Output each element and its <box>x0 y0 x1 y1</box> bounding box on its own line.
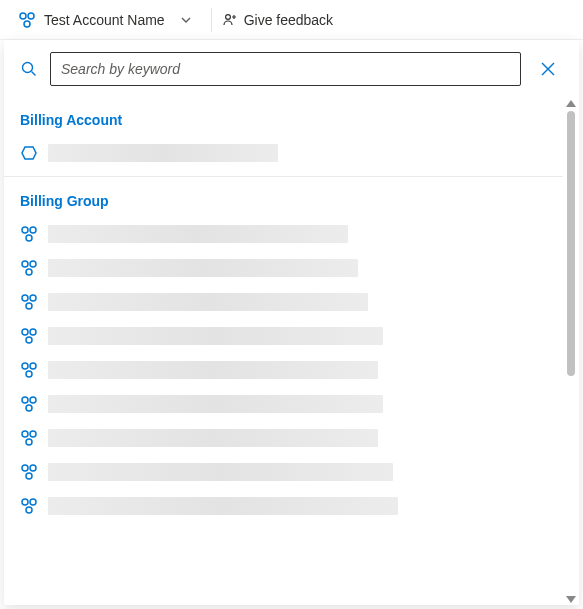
svg-point-17 <box>26 303 32 309</box>
svg-point-14 <box>26 269 32 275</box>
account-label: Test Account Name <box>44 12 165 28</box>
scroll-down-arrow[interactable] <box>566 596 576 603</box>
svg-point-12 <box>22 261 28 267</box>
svg-point-31 <box>30 465 36 471</box>
hexagon-icon <box>20 144 38 162</box>
search-input[interactable] <box>61 61 510 77</box>
redacted-text <box>48 293 368 311</box>
redacted-text <box>48 429 378 447</box>
billing-group-item[interactable] <box>4 285 563 319</box>
svg-point-16 <box>30 295 36 301</box>
svg-point-10 <box>30 227 36 233</box>
redacted-text <box>48 361 378 379</box>
billing-group-icon <box>20 259 38 277</box>
svg-point-35 <box>26 507 32 513</box>
svg-point-2 <box>24 21 30 27</box>
svg-point-23 <box>26 371 32 377</box>
section-divider <box>4 176 563 177</box>
results-scroll[interactable]: Billing Account Billing Group <box>4 98 563 605</box>
close-icon <box>539 60 557 78</box>
svg-point-0 <box>20 13 26 19</box>
redacted-text <box>48 463 393 481</box>
svg-line-5 <box>32 72 36 76</box>
svg-point-25 <box>30 397 36 403</box>
svg-point-18 <box>22 329 28 335</box>
billing-group-item[interactable] <box>4 217 563 251</box>
svg-point-28 <box>30 431 36 437</box>
account-selector[interactable]: Test Account Name <box>12 7 199 33</box>
redacted-text <box>48 327 383 345</box>
search-row <box>4 40 579 98</box>
billing-group-icon <box>20 361 38 379</box>
billing-group-icon <box>20 497 38 515</box>
give-feedback-button[interactable]: Give feedback <box>211 8 344 32</box>
billing-group-icon <box>20 429 38 447</box>
billing-group-icon <box>20 327 38 345</box>
svg-marker-8 <box>22 147 36 159</box>
billing-group-icon <box>20 225 38 243</box>
svg-point-24 <box>22 397 28 403</box>
scroll-thumb[interactable] <box>567 111 575 376</box>
search-field-wrapper[interactable] <box>50 52 521 86</box>
billing-group-item[interactable] <box>4 353 563 387</box>
redacted-text <box>48 497 398 515</box>
feedback-icon <box>222 12 238 28</box>
clear-search-button[interactable] <box>531 52 565 86</box>
svg-point-11 <box>26 235 32 241</box>
redacted-text <box>48 259 358 277</box>
results-container: Billing Account Billing Group <box>4 98 579 605</box>
redacted-text <box>48 225 348 243</box>
svg-point-30 <box>22 465 28 471</box>
billing-account-item[interactable] <box>4 136 563 170</box>
billing-group-item[interactable] <box>4 387 563 421</box>
svg-point-3 <box>225 14 230 19</box>
svg-point-19 <box>30 329 36 335</box>
svg-point-4 <box>23 63 33 73</box>
svg-point-29 <box>26 439 32 445</box>
svg-point-1 <box>28 13 34 19</box>
scroll-up-arrow[interactable] <box>566 100 576 107</box>
search-icon <box>18 60 40 78</box>
billing-group-item[interactable] <box>4 489 563 523</box>
section-header-billing-group: Billing Group <box>4 183 563 217</box>
billing-group-item[interactable] <box>4 421 563 455</box>
billing-group-icon <box>18 11 36 29</box>
scrollbar[interactable] <box>563 98 579 605</box>
section-header-billing-account: Billing Account <box>4 102 563 136</box>
svg-point-34 <box>30 499 36 505</box>
billing-group-icon <box>20 463 38 481</box>
svg-point-32 <box>26 473 32 479</box>
billing-group-icon <box>20 293 38 311</box>
scroll-track[interactable] <box>567 111 575 592</box>
svg-point-33 <box>22 499 28 505</box>
billing-group-item[interactable] <box>4 251 563 285</box>
account-dropdown-panel: Billing Account Billing Group <box>4 40 579 605</box>
svg-point-26 <box>26 405 32 411</box>
redacted-text <box>48 144 278 162</box>
svg-point-15 <box>22 295 28 301</box>
svg-point-27 <box>22 431 28 437</box>
redacted-text <box>48 395 383 413</box>
svg-point-20 <box>26 337 32 343</box>
svg-point-9 <box>22 227 28 233</box>
svg-point-13 <box>30 261 36 267</box>
billing-group-icon <box>20 395 38 413</box>
feedback-label: Give feedback <box>244 12 334 28</box>
top-bar: Test Account Name Give feedback <box>0 0 583 40</box>
chevron-down-icon <box>179 13 193 27</box>
svg-point-22 <box>30 363 36 369</box>
billing-group-item[interactable] <box>4 319 563 353</box>
billing-group-item[interactable] <box>4 455 563 489</box>
svg-point-21 <box>22 363 28 369</box>
